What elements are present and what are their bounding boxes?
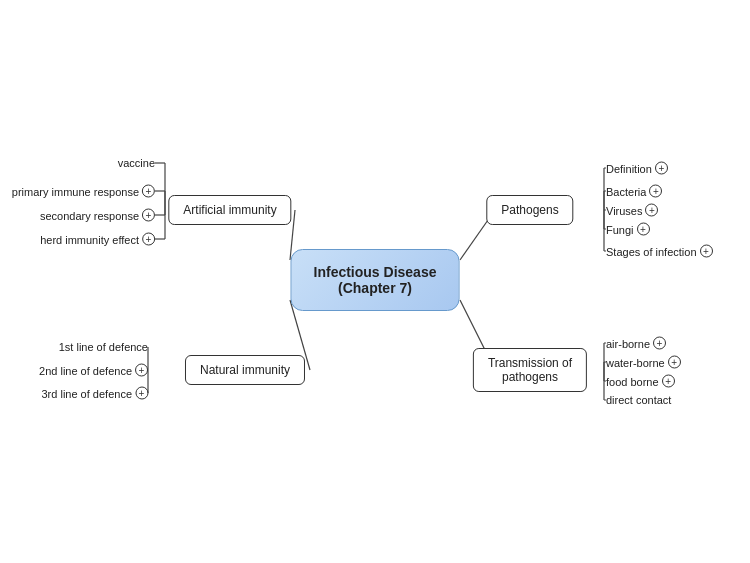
leaf-foodborne[interactable]: food borne + [606,375,675,388]
plus-icon[interactable]: + [135,364,148,377]
plus-icon[interactable]: + [668,356,681,369]
mind-map-canvas: Infectious Disease (Chapter 7) Artificia… [0,0,750,563]
branch-pathogens[interactable]: Pathogens [486,195,573,225]
plus-icon[interactable]: + [637,223,650,236]
leaf-waterborne[interactable]: water-borne + [606,356,681,369]
plus-icon[interactable]: + [649,185,662,198]
leaf-fungi[interactable]: Fungi + [606,223,650,236]
branch-natural[interactable]: Natural immunity [185,355,305,385]
leaf-1st-defence[interactable]: 1st line of defence [59,341,148,353]
leaf-primary[interactable]: + primary immune response [12,185,155,198]
plus-icon[interactable]: + [142,233,155,246]
plus-icon[interactable]: + [142,185,155,198]
plus-icon[interactable]: + [700,245,713,258]
plus-icon[interactable]: + [653,337,666,350]
center-label-line2: (Chapter 7) [338,280,412,296]
leaf-airborne[interactable]: air-borne + [606,337,666,350]
leaf-bacteria[interactable]: Bacteria + [606,185,662,198]
center-label-line1: Infectious Disease [314,264,437,280]
leaf-definition[interactable]: Definition + [606,162,668,175]
plus-icon[interactable]: + [135,387,148,400]
plus-icon[interactable]: + [662,375,675,388]
leaf-2nd-defence[interactable]: + 2nd line of defence [39,364,148,377]
branch-transmission[interactable]: Transmission of pathogens [473,348,587,392]
branch-artificial[interactable]: Artificial immunity [168,195,291,225]
leaf-3rd-defence[interactable]: + 3rd line of defence [41,387,148,400]
center-node: Infectious Disease (Chapter 7) [291,249,460,311]
plus-icon[interactable]: + [645,204,658,217]
leaf-directcontact[interactable]: direct contact [606,394,671,406]
leaf-vaccine[interactable]: vaccine [118,157,155,169]
plus-icon[interactable]: + [142,209,155,222]
plus-icon[interactable]: + [655,162,668,175]
leaf-herd[interactable]: + herd immunity effect [40,233,155,246]
leaf-secondary[interactable]: + secondary response [40,209,155,222]
leaf-viruses[interactable]: Viruses + [606,204,658,217]
leaf-stages[interactable]: Stages of infection + [606,245,713,258]
